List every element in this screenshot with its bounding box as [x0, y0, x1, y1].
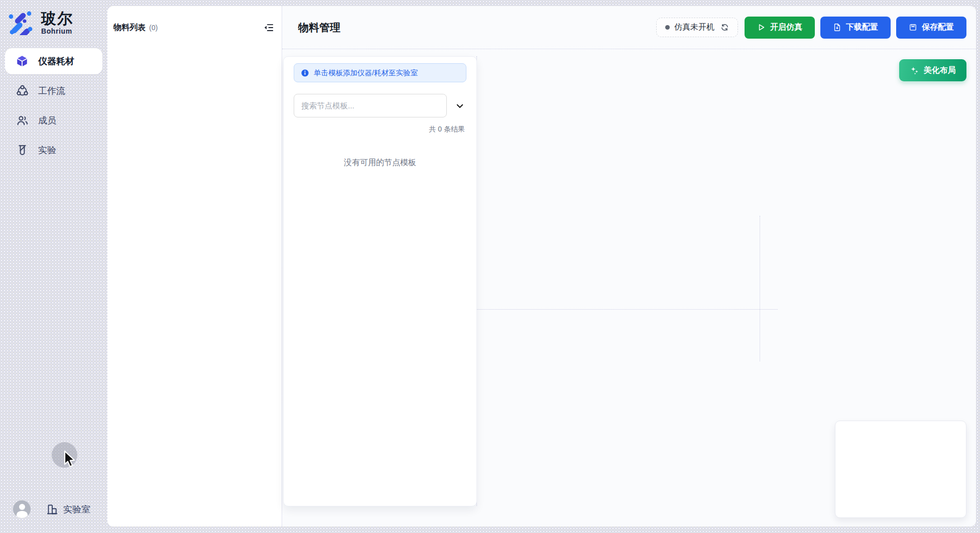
template-panel: 单击模板添加仪器/耗材至实验室 共 0 条结果 没有可用的节点模板 [283, 56, 477, 506]
sidebar-item-label: 实验 [38, 144, 56, 156]
cube-icon [16, 55, 29, 68]
canvas-guide-line [760, 216, 760, 361]
canvas-guide-line [476, 309, 778, 310]
download-config-button[interactable]: 下载配置 [820, 17, 891, 39]
status-label: 仿真未开机 [674, 22, 714, 33]
workflow-icon [16, 84, 29, 97]
avatar[interactable] [13, 500, 31, 518]
brand-name-en: Bohrium [41, 27, 73, 35]
materials-list-count: (0) [149, 24, 158, 32]
experiment-icon [16, 144, 29, 157]
canvas-area: 物料管理 仿真未开机 [282, 6, 976, 526]
save-config-label: 保存配置 [922, 22, 954, 33]
sidebar-item-workflow[interactable]: 工作流 [5, 78, 102, 104]
template-search-row [294, 94, 466, 117]
save-config-button[interactable]: 保存配置 [896, 17, 966, 39]
simulation-status-pill: 仿真未开机 [656, 18, 738, 37]
sidebar-nav: 仪器耗材 工作流 成员 [0, 48, 107, 163]
members-icon [16, 114, 29, 127]
menu-fold-icon[interactable] [263, 22, 275, 34]
download-config-label: 下载配置 [846, 22, 878, 33]
sidebar-item-members[interactable]: 成员 [5, 107, 102, 134]
brand-name: 玻尔 Bohrium [41, 10, 73, 35]
main-card: 物料列表 (0) 物料管理 仿真未开机 [107, 6, 976, 526]
sidebar-item-experiments[interactable]: 实验 [5, 137, 102, 163]
lab-switcher-label: 实验室 [63, 503, 90, 515]
sparkles-icon [910, 66, 919, 75]
bohrium-logo-icon [8, 10, 33, 35]
materials-list-title: 物料列表 [113, 23, 146, 33]
play-icon [757, 23, 766, 32]
beautify-layout-label: 美化布局 [924, 65, 956, 76]
status-dot-icon [665, 25, 670, 30]
sidebar-item-label: 成员 [38, 114, 56, 126]
canvas-header: 物料管理 仿真未开机 [282, 6, 976, 49]
flow-canvas[interactable]: 单击模板添加仪器/耗材至实验室 共 0 条结果 没有可用的节点模板 [282, 49, 976, 526]
brand-name-zh: 玻尔 [41, 10, 73, 27]
click-ripple [52, 442, 77, 468]
sidebar-item-label: 仪器耗材 [38, 55, 74, 67]
chevron-down-icon[interactable] [454, 100, 465, 111]
brand-logo: 玻尔 Bohrium [0, 0, 107, 35]
start-simulation-label: 开启仿真 [770, 22, 802, 33]
sidebar-item-label: 工作流 [38, 85, 65, 97]
page-title: 物料管理 [298, 21, 340, 35]
results-count: 共 0 条结果 [295, 125, 465, 134]
refresh-icon[interactable] [720, 23, 729, 32]
sidebar-item-instruments[interactable]: 仪器耗材 [5, 48, 102, 74]
template-hint-text: 单击模板添加仪器/耗材至实验室 [314, 68, 418, 78]
search-input[interactable] [294, 94, 447, 117]
save-icon [909, 23, 917, 32]
template-hint-banner: 单击模板添加仪器/耗材至实验室 [294, 63, 466, 82]
beautify-layout-button[interactable]: 美化布局 [899, 59, 966, 81]
file-download-icon [833, 23, 841, 32]
lab-switcher[interactable]: 实验室 [46, 503, 90, 515]
building-icon [46, 503, 58, 515]
materials-list-header: 物料列表 (0) [107, 6, 282, 34]
materials-list-panel: 物料列表 (0) [107, 6, 282, 526]
start-simulation-button[interactable]: 开启仿真 [745, 17, 815, 39]
info-icon [301, 69, 309, 77]
sidebar-footer: 实验室 [0, 500, 107, 518]
empty-templates-message: 没有可用的节点模板 [284, 158, 476, 168]
minimap[interactable] [835, 421, 966, 518]
